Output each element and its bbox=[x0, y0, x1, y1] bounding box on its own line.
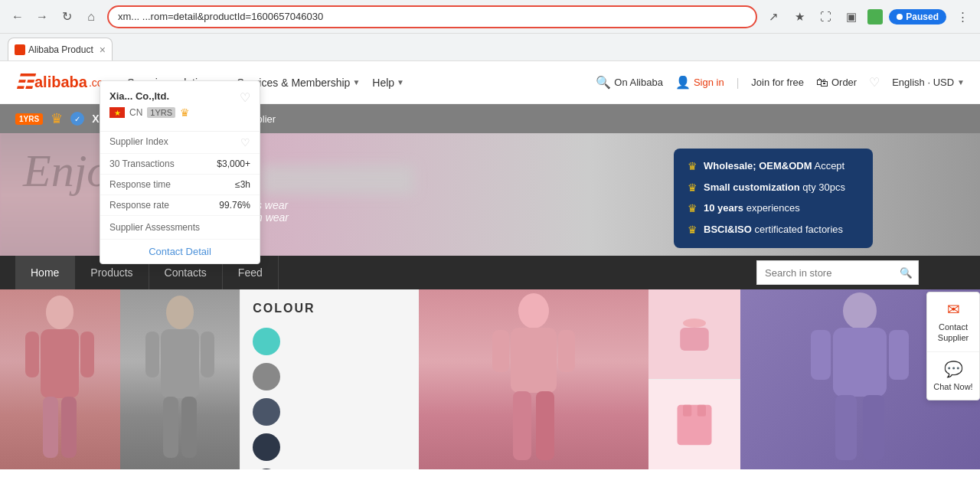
contact-supplier-btn[interactable]: ✉ ContactSupplier bbox=[927, 292, 979, 352]
products-grid: COLOUR bbox=[0, 289, 980, 469]
contact-detail-btn[interactable]: Contact Detail bbox=[100, 240, 260, 263]
response-rate-label: Response rate bbox=[109, 200, 169, 211]
popup-response-rate-row: Response rate 99.76% bbox=[100, 195, 260, 216]
model-figure-2 bbox=[120, 289, 240, 469]
transactions-label: 30 Transactions bbox=[109, 158, 175, 169]
nav-home-label: Home bbox=[31, 266, 59, 279]
chat-now-btn[interactable]: 💬 Chat Now! bbox=[927, 352, 979, 400]
svg-rect-25 bbox=[833, 328, 887, 397]
store-search-button[interactable]: 🔍 bbox=[894, 260, 919, 285]
logo-icon: ☶ bbox=[15, 70, 33, 94]
response-rate-value: 99.76% bbox=[219, 200, 250, 211]
nav-help[interactable]: Help ▼ bbox=[372, 77, 404, 89]
address-bar[interactable]: xm... ...rom=detail&productId=1600657046… bbox=[107, 5, 757, 28]
language-btn[interactable]: English · USD ▼ bbox=[892, 77, 965, 88]
svg-rect-5 bbox=[80, 332, 94, 377]
svg-rect-15 bbox=[513, 391, 531, 460]
svg-rect-10 bbox=[181, 397, 197, 458]
svg-rect-11 bbox=[145, 332, 159, 377]
feature-bold-4: BSCI&ISO bbox=[704, 224, 752, 235]
browser-action-icons: ↗ ★ ⛶ ▣ Paused ⋮ bbox=[763, 7, 972, 27]
store-search-input[interactable] bbox=[756, 260, 894, 285]
extensions-icon[interactable]: ⛶ bbox=[815, 7, 835, 27]
profile-icon[interactable] bbox=[867, 9, 883, 25]
menu-icon[interactable]: ⋮ bbox=[952, 7, 972, 27]
alibaba-logo[interactable]: ☶ alibaba .com bbox=[15, 70, 112, 94]
chat-icon: 💬 bbox=[944, 360, 963, 378]
svg-rect-4 bbox=[25, 332, 39, 377]
middle-models bbox=[419, 289, 740, 469]
feature-item-1: ♛ Wholesale; OEM&ODM Accept bbox=[688, 159, 859, 175]
yrs-label: 1YRS bbox=[147, 107, 175, 118]
svg-rect-18 bbox=[558, 330, 575, 372]
svg-rect-29 bbox=[889, 330, 909, 380]
forward-button[interactable]: → bbox=[32, 7, 52, 27]
banner-enjoy-bg: Enjo bbox=[23, 145, 109, 198]
active-tab[interactable]: Alibaba Product × bbox=[8, 38, 113, 60]
store-search-area: 🔍 bbox=[756, 260, 919, 285]
popup-supplier-index-row: Supplier Index ♡ bbox=[100, 132, 260, 154]
svg-point-19 bbox=[683, 319, 706, 328]
nav-help-label: Help bbox=[372, 77, 394, 89]
svg-rect-8 bbox=[161, 329, 199, 398]
chat-now-label: Chat Now! bbox=[933, 381, 972, 392]
reload-button[interactable]: ↻ bbox=[57, 7, 77, 27]
country-code: CN bbox=[129, 107, 142, 118]
product-card-middle[interactable]: COLOUR bbox=[240, 289, 740, 469]
small-item-svg-1 bbox=[664, 312, 725, 358]
feature-item-3: ♛ 10 years experiences bbox=[688, 201, 859, 217]
model-figure-3 bbox=[419, 289, 648, 469]
swatch-dark-gray[interactable] bbox=[253, 398, 280, 426]
on-alibaba-label: On Alibaba bbox=[614, 77, 663, 88]
popup-assessments: Supplier Assessments bbox=[100, 216, 260, 240]
back-button[interactable]: ← bbox=[8, 7, 28, 27]
small-product-items bbox=[648, 289, 740, 469]
join-label: Join for free bbox=[751, 77, 804, 88]
feature-rest-2: qty 30pcs bbox=[800, 181, 845, 193]
svg-rect-27 bbox=[863, 395, 884, 460]
svg-rect-12 bbox=[201, 332, 214, 377]
bookmark-icon[interactable]: ★ bbox=[789, 7, 809, 27]
verified-icon: ✓ bbox=[70, 112, 84, 126]
order-label: Order bbox=[831, 77, 857, 88]
feature-text-2: Small customization qty 30pcs bbox=[704, 181, 845, 194]
feature-item-4: ♛ BSCI&ISO certificated factories bbox=[688, 223, 859, 238]
nav-home[interactable]: Home bbox=[15, 256, 75, 289]
model-svg-1 bbox=[14, 289, 106, 469]
swatch-gray[interactable] bbox=[253, 363, 280, 390]
response-time-label: Response time bbox=[109, 179, 171, 190]
sign-in-btn[interactable]: 👤 Sign in bbox=[675, 75, 724, 90]
wishlist-btn[interactable]: ♡ bbox=[869, 75, 880, 90]
swatch-black[interactable] bbox=[253, 469, 280, 469]
crown-icon-1: ♛ bbox=[688, 159, 697, 175]
feature-text-3: 10 years experiences bbox=[704, 201, 800, 215]
layout-icon[interactable]: ▣ bbox=[841, 7, 861, 27]
popup-header: Xia... Co.,ltd. ♡ ★ CN 1YRS ♛ bbox=[100, 81, 260, 132]
paused-dot bbox=[897, 14, 903, 20]
tab-close-icon[interactable]: × bbox=[100, 44, 106, 56]
svg-rect-3 bbox=[61, 397, 77, 458]
order-btn[interactable]: 🛍 Order bbox=[816, 76, 857, 90]
chevron-down-icon: ▼ bbox=[352, 78, 360, 87]
tab-favicon bbox=[15, 44, 25, 55]
email-icon: ✉ bbox=[947, 300, 960, 319]
home-button[interactable]: ⌂ bbox=[81, 7, 101, 27]
chevron-down-icon: ▼ bbox=[957, 78, 965, 87]
gold-badge-icon: ♛ bbox=[180, 106, 190, 119]
on-alibaba-btn[interactable]: 🔍 On Alibaba bbox=[596, 75, 663, 90]
product-card-left[interactable] bbox=[0, 289, 240, 469]
popup-heart-icon[interactable]: ♡ bbox=[240, 90, 250, 105]
browser-nav-buttons: ← → ↻ ⌂ bbox=[8, 7, 101, 27]
svg-rect-17 bbox=[492, 330, 509, 372]
colour-label: COLOUR bbox=[253, 302, 315, 315]
address-text: xm... ...rom=detail&productId=1600657046… bbox=[118, 11, 746, 22]
feature-box: ♛ Wholesale; OEM&ODM Accept ♛ Small cust… bbox=[674, 149, 873, 248]
search-icon: 🔍 bbox=[596, 75, 611, 90]
swatch-charcoal[interactable] bbox=[253, 433, 280, 461]
swatches-list bbox=[253, 328, 315, 469]
share-icon[interactable]: ↗ bbox=[763, 7, 783, 27]
feature-bold-1: Wholesale; OEM&ODM bbox=[704, 160, 812, 172]
feature-text-1: Wholesale; OEM&ODM Accept bbox=[704, 159, 844, 173]
join-btn[interactable]: Join for free bbox=[751, 77, 804, 88]
swatch-teal[interactable] bbox=[253, 328, 280, 355]
